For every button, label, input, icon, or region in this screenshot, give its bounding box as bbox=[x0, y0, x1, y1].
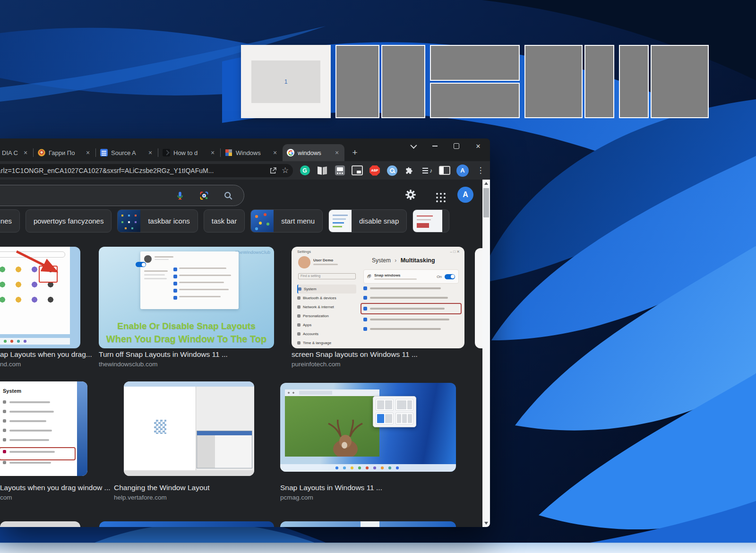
scroll-up-arrow[interactable] bbox=[484, 182, 488, 185]
tab-4[interactable]: Windows bbox=[221, 144, 283, 161]
result-image-partial-row3[interactable] bbox=[280, 521, 456, 527]
search-extension-icon[interactable] bbox=[387, 165, 397, 176]
scrollbar-thumb[interactable] bbox=[483, 188, 489, 217]
snap-zone-right-wide[interactable] bbox=[651, 45, 709, 118]
result-caption[interactable]: Snap Layouts in Windows 11 ... pcmag.com bbox=[280, 483, 460, 501]
red-arrows bbox=[0, 381, 87, 476]
google-images-page: A nes powertoys fancyzones taskbar icons… bbox=[0, 180, 490, 527]
snap-zone-left-wide[interactable] bbox=[524, 45, 583, 118]
address-bar[interactable]: outs&rlz=1C1ONGR_enCA1027CA1027&sxsrf=AL… bbox=[0, 164, 293, 177]
desktop: 1 DIA C Гарри По bbox=[0, 0, 756, 553]
chip-taskbar-icons[interactable]: taskbar icons bbox=[117, 209, 198, 233]
result-image-partial-row3[interactable] bbox=[99, 521, 274, 527]
snap-layout-two-columns[interactable] bbox=[335, 45, 425, 118]
windows-favicon bbox=[225, 149, 232, 156]
result-caption[interactable]: screen Snap layouts on Windows 11 ... pu… bbox=[292, 350, 471, 368]
page-scrollbar[interactable] bbox=[482, 180, 490, 527]
snap-layout-two-rows[interactable] bbox=[430, 45, 520, 118]
snap-zone-left-narrow[interactable] bbox=[619, 45, 649, 118]
chip-thumbnail bbox=[329, 210, 352, 232]
snap-window-thumbnail[interactable]: 1 bbox=[241, 45, 331, 118]
arrow-favicon bbox=[163, 149, 170, 156]
result-caption[interactable]: Changing the Window Layout help.vertafor… bbox=[114, 483, 293, 501]
tab-title: How to d bbox=[173, 149, 206, 156]
snap-layouts-bar: 1 bbox=[241, 45, 709, 118]
snap-layout-right-wide[interactable] bbox=[619, 45, 709, 118]
tab-close-icon[interactable] bbox=[209, 149, 216, 156]
mini-settings-rows: 🗗 Snap windows On bbox=[363, 269, 459, 334]
result-image-partial-row3[interactable] bbox=[0, 521, 80, 527]
result-image-thewindowsclub[interactable]: TheWindowsClub bbox=[99, 247, 274, 348]
picture-in-picture-icon[interactable] bbox=[352, 165, 363, 175]
share-icon[interactable] bbox=[269, 166, 277, 175]
side-panel-icon[interactable] bbox=[439, 166, 450, 175]
tab-title: windows bbox=[298, 149, 330, 156]
extension-icons: G ABP A bbox=[299, 164, 490, 177]
taskbar-edge[interactable] bbox=[0, 543, 756, 553]
result-image-pureinfotech[interactable]: Settings – □ ✕ User Demo System › Multit… bbox=[292, 247, 464, 348]
tab-title: Source A bbox=[111, 149, 144, 156]
result-image-vertafore[interactable] bbox=[124, 381, 254, 476]
book-extension-icon[interactable] bbox=[318, 167, 327, 174]
bookmark-star-icon[interactable] bbox=[282, 166, 290, 175]
window-controls bbox=[402, 138, 489, 154]
chip-partial[interactable] bbox=[412, 209, 449, 233]
maximize-button[interactable] bbox=[446, 139, 467, 153]
new-tab-button[interactable] bbox=[348, 146, 361, 159]
minimize-button[interactable] bbox=[424, 139, 446, 153]
adblock-plus-icon[interactable]: ABP bbox=[369, 165, 380, 176]
red-arrow bbox=[0, 247, 80, 348]
mini-titlebar: Settings bbox=[297, 250, 311, 254]
chip-start-menu[interactable]: start menu bbox=[250, 209, 323, 233]
tab-3[interactable]: How to d bbox=[158, 144, 220, 161]
settings-gear-icon[interactable] bbox=[404, 188, 417, 201]
chip-cutoff[interactable]: nes bbox=[0, 209, 20, 233]
url-text: outs&rlz=1C1ONGR_enCA1027CA1027&sxsrf=AL… bbox=[0, 167, 265, 174]
tab-active[interactable]: windows bbox=[283, 144, 344, 161]
overlay-text-line1: Enable Or Disable Snap Layouts bbox=[99, 321, 274, 331]
google-search-bar[interactable] bbox=[0, 185, 244, 206]
scroll-down-arrow[interactable] bbox=[484, 522, 488, 525]
google-apps-grid-icon[interactable] bbox=[433, 190, 445, 201]
tab-search-chevron-icon[interactable] bbox=[402, 139, 424, 153]
tab-strip: DIA C Гарри По Source A How to d bbox=[0, 138, 490, 161]
media-controls-icon[interactable] bbox=[422, 167, 432, 174]
snap-zone-right[interactable] bbox=[381, 45, 425, 118]
result-caption[interactable]: Turn off Snap Layouts in Windows 11 ... … bbox=[99, 350, 278, 368]
chip-task-bar[interactable]: task bar bbox=[204, 209, 245, 233]
tab-close-icon[interactable] bbox=[85, 149, 91, 156]
browser-menu-icon[interactable] bbox=[475, 165, 486, 176]
search-icon[interactable] bbox=[223, 190, 233, 201]
site-favicon bbox=[38, 149, 45, 156]
snap-zone-bottom[interactable] bbox=[430, 83, 520, 119]
tab-title: Гарри По bbox=[49, 149, 81, 156]
result-image-partial[interactable] bbox=[475, 248, 482, 348]
result-image-pcmag[interactable] bbox=[280, 383, 456, 472]
snap-zone-top[interactable] bbox=[430, 45, 520, 81]
tab-0[interactable]: DIA C bbox=[0, 144, 33, 161]
google-lens-icon[interactable] bbox=[199, 190, 209, 201]
crumb-system: System bbox=[372, 257, 391, 264]
extensions-puzzle-icon[interactable] bbox=[404, 165, 415, 176]
tab-close-icon[interactable] bbox=[272, 149, 278, 156]
close-button[interactable] bbox=[467, 139, 489, 153]
mini-window bbox=[197, 431, 252, 468]
tab-close-icon[interactable] bbox=[147, 149, 154, 156]
tab-close-icon[interactable] bbox=[334, 149, 340, 156]
tab-1[interactable]: Гарри По bbox=[34, 144, 95, 161]
snap-layout-left-wide[interactable] bbox=[524, 45, 614, 118]
tab-2[interactable]: Source A bbox=[96, 144, 158, 161]
browser-profile-avatar[interactable]: A bbox=[456, 164, 469, 177]
result-image-settings-system[interactable]: System bbox=[0, 381, 87, 476]
tab-close-icon[interactable] bbox=[22, 149, 29, 156]
voice-search-mic-icon[interactable] bbox=[175, 190, 185, 201]
result-image-startmenu[interactable] bbox=[0, 247, 80, 348]
chip-powertoys-fancyzones[interactable]: powertoys fancyzones bbox=[26, 209, 112, 233]
chip-disable-snap[interactable]: disable snap bbox=[328, 209, 407, 233]
castle-extension-icon[interactable] bbox=[335, 165, 345, 175]
chip-thumbnail bbox=[413, 210, 442, 232]
snap-zone-left[interactable] bbox=[335, 45, 379, 118]
grammarly-icon[interactable]: G bbox=[300, 165, 310, 175]
snap-zone-right-narrow[interactable] bbox=[584, 45, 614, 118]
google-account-avatar[interactable]: A bbox=[457, 187, 473, 203]
